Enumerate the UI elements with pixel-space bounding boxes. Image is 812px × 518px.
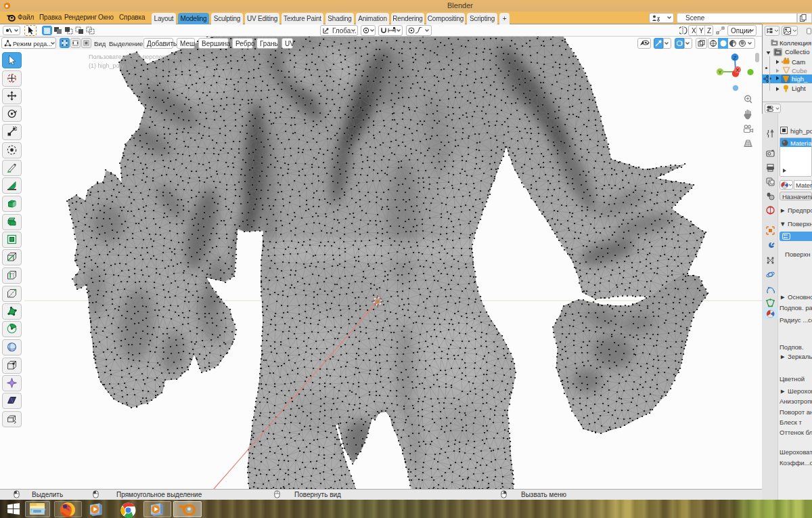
svg-text:Z: Z xyxy=(734,55,737,61)
svg-text:Y: Y xyxy=(718,69,722,75)
svg-text:X: X xyxy=(736,67,740,73)
